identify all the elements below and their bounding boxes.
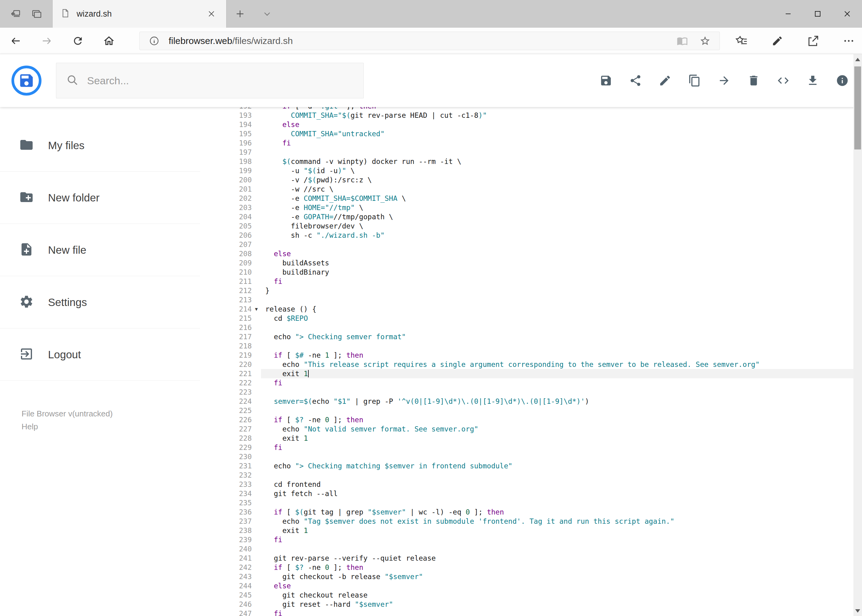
line-number[interactable]: 227 bbox=[200, 424, 252, 434]
line-number[interactable]: 218 bbox=[200, 341, 252, 350]
reading-view-icon[interactable] bbox=[674, 33, 690, 49]
line-number[interactable]: 245 bbox=[200, 591, 252, 600]
code-line[interactable]: 237 echo "Tag $semver does not exist in … bbox=[200, 517, 853, 526]
line-number[interactable]: 211 bbox=[200, 277, 252, 286]
line-number[interactable]: 194 bbox=[200, 120, 252, 129]
line-number[interactable]: 214 bbox=[200, 305, 252, 314]
set-tabs-aside-icon[interactable] bbox=[11, 9, 21, 19]
code-text[interactable]: exit 1 bbox=[261, 434, 853, 443]
line-gutter[interactable]: 210 bbox=[200, 267, 261, 277]
line-gutter[interactable]: 244 bbox=[200, 581, 261, 591]
code-text[interactable]: fi bbox=[261, 443, 853, 452]
code-text[interactable]: -e HOME="//tmp" \ bbox=[261, 203, 853, 212]
line-gutter[interactable]: 208 bbox=[200, 249, 261, 258]
code-line[interactable]: 245 git checkout release bbox=[200, 591, 853, 600]
line-number[interactable]: 205 bbox=[200, 222, 252, 231]
code-text[interactable] bbox=[261, 544, 853, 553]
code-text[interactable]: echo "This release script requires a sin… bbox=[261, 360, 853, 369]
line-number[interactable]: 204 bbox=[200, 212, 252, 222]
line-number[interactable]: 203 bbox=[200, 203, 252, 212]
line-gutter[interactable]: 220 bbox=[200, 360, 261, 369]
code-text[interactable] bbox=[261, 341, 853, 350]
code-text[interactable]: COMMIT_SHA="$(git rev-parse HEAD | cut -… bbox=[261, 111, 853, 120]
code-text[interactable]: if [ $(git tag | grep "$semver" | wc -l)… bbox=[261, 508, 853, 517]
sidebar-item-new-folder[interactable]: New folder bbox=[0, 171, 200, 224]
code-line[interactable]: 219 if [ $# -ne 1 ]; then bbox=[200, 350, 853, 360]
line-number[interactable]: 216 bbox=[200, 323, 252, 332]
code-line[interactable]: 215 cd $REPO bbox=[200, 314, 853, 323]
code-text[interactable]: git reset --hard "$semver" bbox=[261, 600, 853, 609]
copy-button[interactable] bbox=[687, 71, 702, 90]
code-line[interactable]: 203 -e HOME="//tmp" \ bbox=[200, 203, 853, 212]
line-gutter[interactable]: 227 bbox=[200, 424, 261, 434]
line-number[interactable]: 213 bbox=[200, 295, 252, 305]
line-gutter[interactable]: 199 bbox=[200, 166, 261, 175]
line-gutter[interactable]: 240 bbox=[200, 544, 261, 553]
app-logo[interactable] bbox=[11, 64, 43, 97]
favorite-star-icon[interactable] bbox=[697, 33, 713, 49]
line-number[interactable]: 215 bbox=[200, 314, 252, 323]
line-number[interactable]: 240 bbox=[200, 544, 252, 553]
line-number[interactable]: 238 bbox=[200, 526, 252, 535]
more-options-icon[interactable] bbox=[835, 28, 862, 54]
code-line[interactable]: 201 -w //src \ bbox=[200, 184, 853, 194]
code-line[interactable]: 246 git reset --hard "$semver" bbox=[200, 600, 853, 609]
line-number[interactable]: 192 bbox=[200, 107, 252, 111]
code-text[interactable]: cd frontend bbox=[261, 480, 853, 489]
code-text[interactable]: if [ $? -ne 0 ]; then bbox=[261, 563, 853, 572]
line-number[interactable]: 230 bbox=[200, 452, 252, 461]
line-number[interactable]: 235 bbox=[200, 498, 252, 508]
code-line[interactable]: 233 cd frontend bbox=[200, 480, 853, 489]
code-text[interactable]: git checkout release bbox=[261, 591, 853, 600]
code-text[interactable]: else bbox=[261, 120, 853, 129]
code-line[interactable]: 220 echo "This release script requires a… bbox=[200, 360, 853, 369]
code-line[interactable]: 242 if [ $? -ne 0 ]; then bbox=[200, 563, 853, 572]
scrollbar-thumb[interactable] bbox=[854, 66, 861, 149]
line-gutter[interactable]: 217 bbox=[200, 332, 261, 341]
line-number[interactable]: 212 bbox=[200, 286, 252, 295]
line-gutter[interactable]: 219 bbox=[200, 350, 261, 360]
page-info-icon[interactable] bbox=[146, 33, 162, 49]
line-number[interactable]: 195 bbox=[200, 129, 252, 138]
line-gutter[interactable]: 204 bbox=[200, 212, 261, 222]
line-gutter[interactable]: 207 bbox=[200, 240, 261, 249]
address-bar[interactable]: filebrowser.web/files/wizard.sh bbox=[139, 32, 720, 50]
line-number[interactable]: 234 bbox=[200, 489, 252, 498]
code-line[interactable]: 194 else bbox=[200, 120, 853, 129]
info-button[interactable] bbox=[835, 71, 850, 90]
line-gutter[interactable]: 229 bbox=[200, 443, 261, 452]
line-number[interactable]: 201 bbox=[200, 184, 252, 194]
code-text[interactable] bbox=[261, 240, 853, 249]
code-line[interactable]: 192 if [ -d ".git" ]; then bbox=[200, 107, 853, 111]
sidebar-item-settings[interactable]: Settings bbox=[0, 276, 200, 328]
line-gutter[interactable]: 234 bbox=[200, 489, 261, 498]
line-number[interactable]: 247 bbox=[200, 609, 252, 616]
line-number[interactable]: 228 bbox=[200, 434, 252, 443]
code-line[interactable]: 225 bbox=[200, 406, 853, 415]
code-line[interactable]: 197 bbox=[200, 148, 853, 157]
code-text[interactable]: fi bbox=[261, 609, 853, 616]
code-text[interactable] bbox=[261, 388, 853, 397]
code-line[interactable]: 212} bbox=[200, 286, 853, 295]
line-gutter[interactable]: 202 bbox=[200, 194, 261, 203]
line-number[interactable]: 236 bbox=[200, 508, 252, 517]
line-gutter[interactable]: 230 bbox=[200, 452, 261, 461]
code-line[interactable]: 227 echo "Not valid semver format. See s… bbox=[200, 424, 853, 434]
line-gutter[interactable]: 231 bbox=[200, 461, 261, 470]
code-text[interactable]: if [ $? -ne 0 ]; then bbox=[261, 415, 853, 424]
line-gutter[interactable]: 216 bbox=[200, 323, 261, 332]
code-line[interactable]: 196 fi bbox=[200, 138, 853, 148]
line-gutter[interactable]: 197 bbox=[200, 148, 261, 157]
code-text[interactable]: -w //src \ bbox=[261, 184, 853, 194]
line-number[interactable]: 242 bbox=[200, 563, 252, 572]
code-text[interactable] bbox=[261, 452, 853, 461]
line-gutter[interactable]: 235 bbox=[200, 498, 261, 508]
code-text[interactable]: if [ -d ".git" ]; then bbox=[261, 107, 853, 111]
code-text[interactable]: cd $REPO bbox=[261, 314, 853, 323]
line-number[interactable]: 244 bbox=[200, 581, 252, 591]
code-text[interactable]: sh -c "./wizard.sh -b" bbox=[261, 231, 853, 240]
line-number[interactable]: 220 bbox=[200, 360, 252, 369]
code-line[interactable]: 207 bbox=[200, 240, 853, 249]
minimize-button[interactable] bbox=[773, 0, 803, 28]
line-number[interactable]: 225 bbox=[200, 406, 252, 415]
